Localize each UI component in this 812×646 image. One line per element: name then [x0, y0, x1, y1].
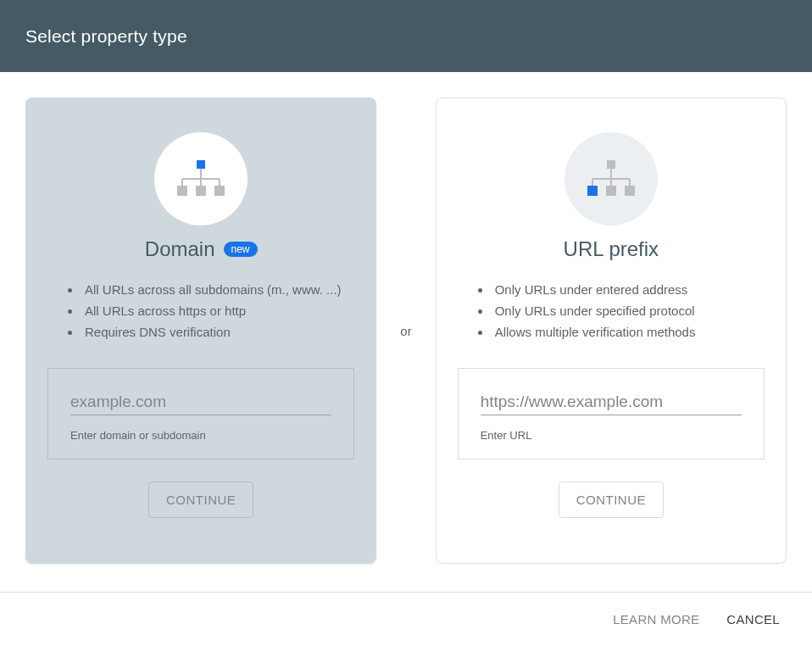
domain-sitemap-icon: [154, 132, 247, 226]
continue-button-domain[interactable]: CONTINUE: [148, 482, 253, 518]
domain-input-box: Enter domain or subdomain: [47, 368, 354, 459]
dialog-title: Select property type: [25, 26, 187, 47]
svg-rect-0: [197, 160, 205, 169]
domain-input-helper: Enter domain or subdomain: [70, 429, 331, 442]
bullet-item: Requires DNS verification: [81, 322, 354, 343]
svg-rect-15: [587, 186, 598, 196]
bullet-item: Only URLs under entered address: [492, 280, 765, 301]
svg-rect-17: [625, 186, 635, 196]
or-separator: or: [389, 324, 422, 338]
url-prefix-bullets: Only URLs under entered address Only URL…: [458, 280, 765, 342]
card-title-row: Domain new: [145, 237, 258, 261]
property-card-domain[interactable]: Domain new All URLs across all subdomain…: [25, 97, 376, 564]
svg-rect-16: [606, 186, 616, 196]
bullet-item: All URLs across https or http: [81, 301, 354, 322]
bullet-item: Only URLs under specified protocol: [492, 301, 765, 322]
svg-rect-9: [607, 160, 615, 169]
continue-button-url-prefix[interactable]: CONTINUE: [559, 482, 664, 518]
dialog-footer: LEARN MORE CANCEL: [0, 592, 812, 646]
svg-rect-8: [214, 186, 225, 196]
url-prefix-input[interactable]: [481, 389, 742, 415]
svg-rect-7: [196, 186, 206, 196]
card-title-row: URL prefix: [564, 237, 659, 261]
domain-bullets: All URLs across all subdomains (m., www.…: [47, 280, 354, 342]
card-title-domain: Domain: [145, 237, 215, 261]
dialog-content: Domain new All URLs across all subdomain…: [0, 72, 812, 564]
bullet-item: All URLs across all subdomains (m., www.…: [81, 280, 354, 301]
property-card-url-prefix[interactable]: URL prefix Only URLs under entered addre…: [436, 97, 787, 564]
card-title-url-prefix: URL prefix: [564, 237, 659, 261]
url-prefix-input-helper: Enter URL: [481, 429, 742, 442]
dialog-header: Select property type: [0, 0, 812, 72]
domain-input[interactable]: [70, 389, 331, 415]
url-prefix-sitemap-icon: [565, 132, 658, 226]
url-prefix-input-box: Enter URL: [458, 368, 765, 459]
cancel-button[interactable]: CANCEL: [726, 612, 780, 627]
bullet-item: Allows multiple verification methods: [492, 322, 765, 343]
svg-rect-6: [177, 186, 187, 196]
new-badge: new: [224, 242, 258, 257]
learn-more-button[interactable]: LEARN MORE: [613, 612, 699, 627]
